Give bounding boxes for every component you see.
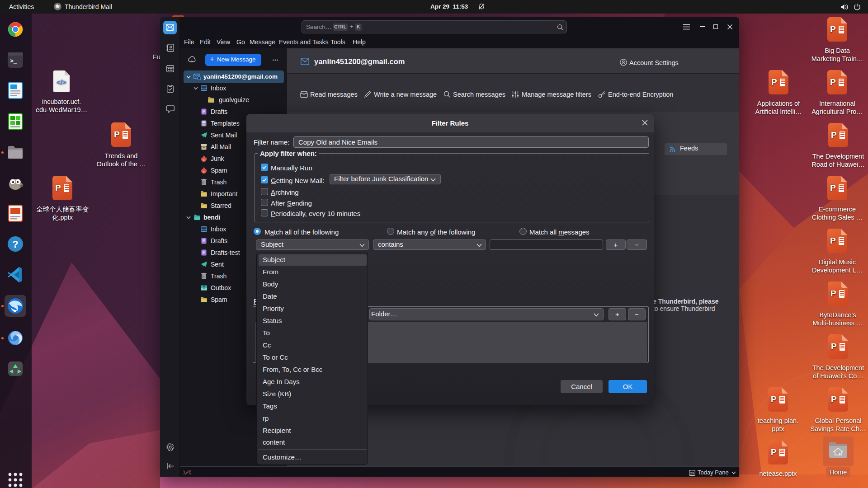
svg-text:>_: >_	[10, 58, 17, 65]
svg-text:?: ?	[12, 239, 18, 250]
svg-text:29: 29	[690, 471, 694, 475]
svg-text:</>: </>	[57, 78, 66, 86]
